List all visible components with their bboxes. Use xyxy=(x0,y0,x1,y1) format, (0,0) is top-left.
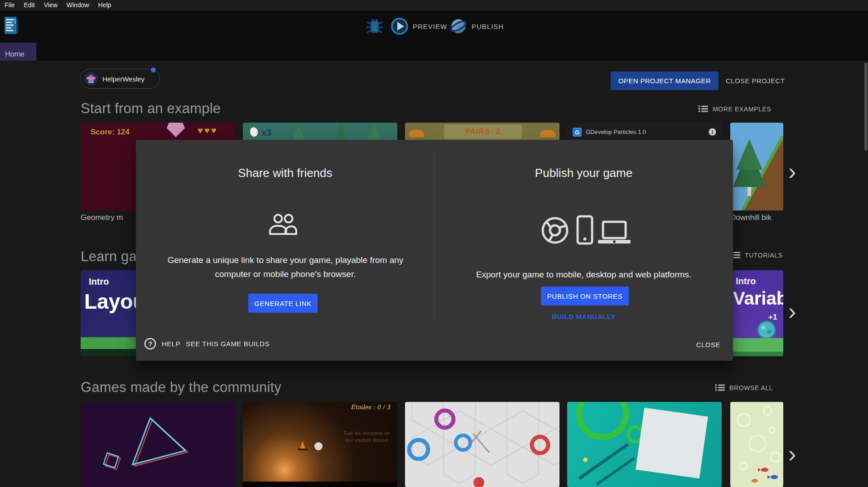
bubbles-and-fish xyxy=(730,402,783,487)
user-profile-chip[interactable]: HelperWesley xyxy=(80,69,160,89)
tutorial-kicker: Intro xyxy=(736,276,756,286)
chrome-icon xyxy=(540,216,569,245)
teal-abstract xyxy=(567,402,722,487)
help-icon[interactable]: ? xyxy=(144,338,156,350)
tutorials-next-chevron[interactable]: › xyxy=(788,301,796,321)
list-icon xyxy=(715,384,725,392)
tutorials-button[interactable]: TUTORIALS xyxy=(730,251,783,259)
preview-label: PREVIEW xyxy=(413,23,447,30)
browse-all-button[interactable]: BROWSE ALL xyxy=(715,384,773,392)
hexagon-board xyxy=(405,402,559,487)
publish-description: Export your game to mobile, desktop and … xyxy=(434,267,733,282)
community-game-fish[interactable] xyxy=(730,402,783,487)
community-section-title: Games made by the community xyxy=(81,379,281,396)
ground-strip xyxy=(730,352,783,356)
menu-help[interactable]: Help xyxy=(94,0,116,10)
username: HelperWesley xyxy=(102,75,145,83)
particles-title: GDevelop Particles 1.0 xyxy=(586,129,704,135)
share-dialog: Share with friends Generate a unique lin… xyxy=(136,140,733,361)
see-game-builds-button[interactable]: SEE THIS GAME BUILDS xyxy=(186,340,270,348)
community-game-neon[interactable] xyxy=(81,402,235,487)
preview-play-icon xyxy=(391,17,409,35)
tab-home-label: Home xyxy=(5,50,24,58)
browse-all-label: BROWSE ALL xyxy=(729,384,773,392)
gdevelop-logo-icon: G xyxy=(573,128,582,137)
share-title: Share with friends xyxy=(136,166,434,180)
svg-text:?: ? xyxy=(148,340,152,348)
community-game-teal[interactable] xyxy=(567,402,722,487)
svg-text:G: G xyxy=(575,129,579,136)
mushroom-icon xyxy=(540,130,555,137)
menu-bar: File Edit View Window Help xyxy=(0,0,868,10)
glitch-shapes xyxy=(81,402,235,487)
community-next-chevron[interactable]: › xyxy=(788,444,796,464)
community-game-hexagons[interactable] xyxy=(405,402,559,487)
hearts-display: ♥♥♥ xyxy=(198,125,218,136)
tutorial-intro-variables[interactable]: Intro Variab +1 xyxy=(730,270,783,356)
preview-button[interactable]: PREVIEW xyxy=(391,17,447,35)
more-examples-button[interactable]: MORE EXAMPLES xyxy=(698,105,771,113)
gdevelop-window: File Edit View Window Help xyxy=(0,0,868,487)
gem-shape xyxy=(167,123,185,137)
pairs-label: PAIRS: 2 xyxy=(465,127,501,136)
menu-view[interactable]: View xyxy=(39,0,62,10)
tutorials-label: TUTORIALS xyxy=(745,252,783,259)
grass-strip xyxy=(730,338,783,352)
tutorial-title: Variab xyxy=(733,288,783,309)
hint-text: Tuer les monstres en leur sautant dessus xyxy=(337,430,396,444)
smartphone-icon xyxy=(576,215,594,245)
debug-icon[interactable] xyxy=(365,17,384,37)
examples-next-chevron[interactable]: › xyxy=(788,162,796,181)
publish-on-stores-button[interactable]: PUBLISH ON STORES xyxy=(541,286,629,306)
close-dialog-button[interactable]: CLOSE xyxy=(696,341,720,349)
more-examples-label: MORE EXAMPLES xyxy=(713,105,771,113)
community-game-night[interactable]: Étoiles : 0 / 3 Tuer les monstres en leu… xyxy=(243,402,397,487)
svg-text:i: i xyxy=(712,129,713,135)
menu-edit[interactable]: Edit xyxy=(19,0,39,10)
menu-file[interactable]: File xyxy=(0,0,19,10)
stars-counter: Étoiles : 0 / 3 xyxy=(351,404,390,411)
tutorial-kicker: Intro xyxy=(89,277,109,287)
game-score-label: Score: 124 xyxy=(91,128,130,137)
toolbar: PREVIEW PUBLISH xyxy=(0,10,868,61)
example-caption: Geometry m xyxy=(81,213,123,222)
info-icon[interactable]: i xyxy=(709,128,716,136)
people-icon xyxy=(268,213,298,236)
avatar xyxy=(84,72,98,86)
creature-sprite xyxy=(757,320,776,340)
examples-section-title: Start from an example xyxy=(81,100,221,117)
help-button[interactable]: HELP xyxy=(162,340,180,348)
learn-section-title: Learn ga xyxy=(81,248,137,265)
publish-title: Publish your game xyxy=(434,166,733,180)
laptop-icon xyxy=(597,220,632,245)
build-manually-link[interactable]: BUILD MANUALLY xyxy=(552,313,616,320)
share-description: Generate a unique link to share your gam… xyxy=(149,253,421,281)
list-icon xyxy=(698,105,709,113)
example-caption: Downhill bik xyxy=(730,213,772,222)
mushroom-icon xyxy=(409,130,424,137)
tab-home[interactable]: Home xyxy=(0,43,36,61)
open-project-manager-button[interactable]: OPEN PROJECT MANAGER xyxy=(611,72,719,90)
campfire-and-player xyxy=(296,440,328,452)
vertical-scrollbar-thumb[interactable] xyxy=(864,62,868,151)
close-project-button[interactable]: CLOSE PROJECT xyxy=(722,72,788,90)
publish-label: PUBLISH xyxy=(472,23,504,30)
ground-silhouette xyxy=(243,482,397,487)
publish-button[interactable]: PUBLISH xyxy=(449,17,504,35)
example-downhill-bike[interactable] xyxy=(730,123,783,210)
downhill-scene xyxy=(730,123,783,210)
menu-window[interactable]: Window xyxy=(62,0,94,10)
project-manager-icon[interactable] xyxy=(3,16,19,37)
generate-link-button[interactable]: GENERATE LINK xyxy=(248,294,318,313)
notification-dot xyxy=(151,67,156,72)
publish-globe-icon xyxy=(449,17,468,35)
